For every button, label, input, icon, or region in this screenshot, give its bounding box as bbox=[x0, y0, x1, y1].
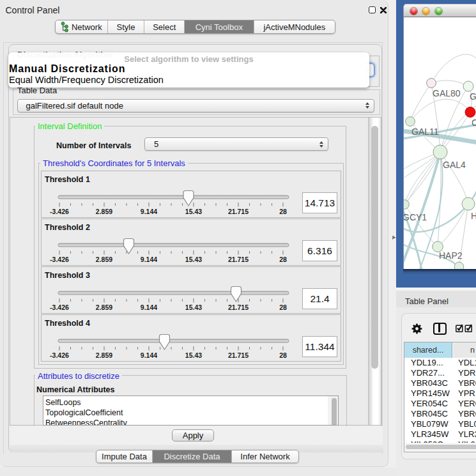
svg-text:C: C bbox=[472, 118, 476, 128]
svg-text:GCY1: GCY1 bbox=[404, 212, 427, 222]
svg-text:GAL4: GAL4 bbox=[443, 160, 466, 170]
svg-text:HAP2: HAP2 bbox=[439, 250, 463, 261]
svg-text:GAL11: GAL11 bbox=[411, 127, 439, 137]
svg-text:GAL80: GAL80 bbox=[433, 88, 461, 98]
svg-text:H: H bbox=[471, 211, 476, 221]
svg-text:G.: G. bbox=[470, 91, 476, 102]
